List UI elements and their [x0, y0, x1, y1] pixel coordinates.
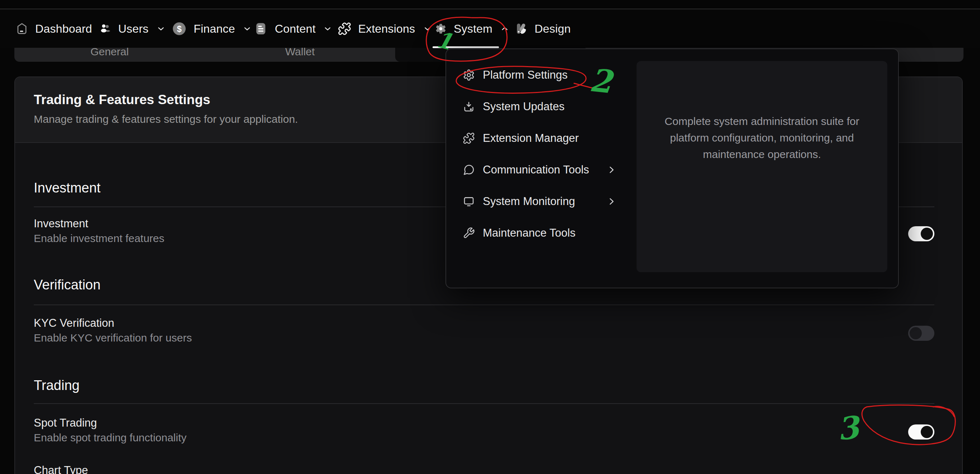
system-menu-description: Complete system administration suite for… — [656, 113, 868, 163]
home-icon — [16, 22, 29, 35]
puzzle-icon — [338, 22, 352, 35]
row-label-kyc: KYC Verification — [34, 317, 114, 330]
row-label-spot-trading: Spot Trading — [34, 417, 97, 429]
row-desc-investment: Enable investment features — [34, 232, 164, 245]
toggle-kyc-verification[interactable] — [908, 326, 934, 341]
menu-item-label: Communication Tools — [483, 163, 589, 176]
nav-item-users[interactable]: Users — [99, 19, 165, 38]
toggle-knob — [910, 327, 922, 339]
toggle-spot-trading[interactable] — [908, 425, 934, 439]
menu-item-platform-settings[interactable]: Platform Settings — [446, 59, 636, 91]
section-heading-verification: Verification — [34, 277, 100, 293]
main-navbar: Dashboard Users $ Finance — [0, 10, 980, 48]
nav-label: Users — [118, 22, 149, 35]
download-tray-icon — [463, 100, 475, 113]
nav-label: Finance — [194, 22, 235, 35]
nav-label: Content — [275, 22, 315, 35]
nav-label: Extensions — [358, 22, 415, 35]
chevron-down-icon — [323, 24, 332, 33]
document-icon — [254, 22, 268, 36]
menu-item-extension-manager[interactable]: Extension Manager — [446, 122, 636, 154]
page-subtitle: Manage trading & features settings for y… — [34, 113, 298, 125]
menu-item-label: Maintenance Tools — [483, 227, 576, 240]
divider — [34, 403, 934, 404]
gear-icon — [435, 22, 447, 35]
system-dropdown-menu: Platform Settings System Updates Extensi… — [445, 48, 899, 288]
toggle-knob — [921, 227, 933, 240]
nav-item-system[interactable]: System — [435, 19, 509, 38]
menu-item-system-monitoring[interactable]: System Monitoring — [446, 186, 636, 217]
toggle-investment[interactable] — [908, 226, 934, 241]
chevron-down-icon — [156, 24, 165, 33]
chat-bubble-icon — [463, 164, 475, 176]
menu-item-label: System Monitoring — [483, 195, 575, 208]
menu-item-communication-tools[interactable]: Communication Tools — [446, 154, 636, 186]
system-menu-description-panel: Complete system administration suite for… — [636, 61, 887, 272]
nav-label: Dashboard — [35, 22, 92, 35]
dollar-circle-icon: $ — [172, 21, 187, 36]
menu-item-label: System Updates — [483, 100, 564, 113]
monitor-icon — [463, 196, 475, 208]
row-label-chart-type: Chart Type — [34, 464, 88, 474]
nav-item-content[interactable]: Content — [254, 19, 332, 38]
menu-item-label: Extension Manager — [483, 132, 579, 145]
nav-label: Design — [535, 22, 571, 35]
chevron-right-icon — [606, 165, 616, 175]
section-heading-investment: Investment — [34, 180, 100, 196]
swatches-icon — [515, 22, 528, 35]
nav-item-dashboard[interactable]: Dashboard — [16, 19, 92, 38]
chevron-right-icon — [606, 196, 616, 207]
svg-text:$: $ — [177, 24, 181, 34]
nav-label: System — [454, 22, 493, 35]
chevron-up-icon — [500, 24, 509, 33]
row-desc-spot-trading: Enable spot trading functionality — [34, 432, 186, 444]
page-title: Trading & Features Settings — [34, 92, 210, 107]
nav-item-extensions[interactable]: Extensions — [338, 19, 432, 38]
users-icon — [99, 22, 111, 35]
row-label-investment: Investment — [34, 217, 88, 230]
chevron-down-icon — [423, 24, 432, 33]
menu-item-system-updates[interactable]: System Updates — [446, 91, 636, 122]
nav-item-design[interactable]: Design — [515, 19, 571, 38]
menu-item-maintenance-tools[interactable]: Maintenance Tools — [446, 217, 636, 249]
row-desc-kyc: Enable KYC verification for users — [34, 332, 192, 344]
gear-outline-icon — [463, 69, 475, 81]
nav-item-finance[interactable]: $ Finance — [172, 19, 252, 38]
wrench-icon — [463, 227, 475, 239]
puzzle-icon — [463, 132, 475, 144]
chevron-down-icon — [242, 24, 252, 33]
active-nav-underline — [433, 46, 499, 48]
divider — [34, 304, 934, 305]
toggle-knob — [921, 426, 933, 438]
top-border-line — [0, 9, 980, 10]
system-menu-list: Platform Settings System Updates Extensi… — [446, 59, 636, 249]
menu-item-label: Platform Settings — [483, 68, 568, 81]
section-heading-trading: Trading — [34, 378, 80, 393]
